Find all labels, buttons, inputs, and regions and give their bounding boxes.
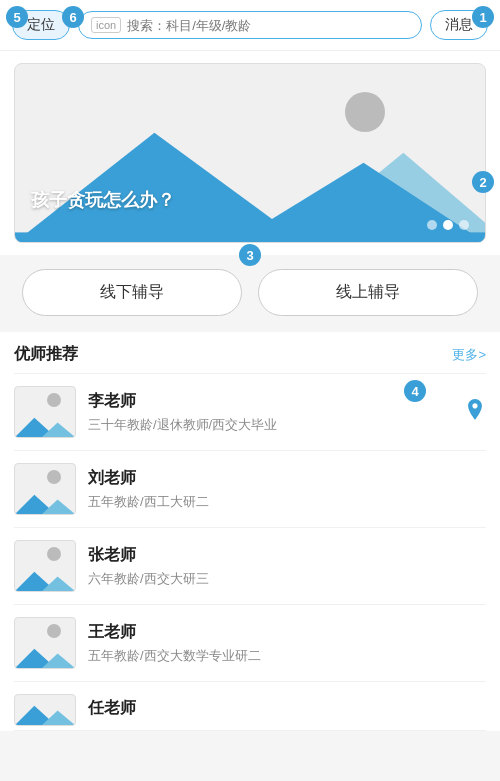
header: 5 6 定位 icon 消息 1 <box>0 0 500 51</box>
tabs-row: 线下辅导 线上辅导 3 <box>0 255 500 330</box>
tab-offline[interactable]: 线下辅导 <box>22 269 242 316</box>
badge-5: 5 <box>6 6 28 28</box>
thumb-circle <box>47 547 61 561</box>
search-bar: icon <box>78 11 422 39</box>
location-icon-0 <box>464 399 486 425</box>
thumb-circle <box>47 624 61 638</box>
teacher-name-2: 张老师 <box>88 545 486 566</box>
badge-6: 6 <box>62 6 84 28</box>
teacher-desc-3: 五年教龄/西交大数学专业研二 <box>88 647 486 665</box>
thumb-circle <box>47 393 61 407</box>
teacher-info-0: 李老师 三十年教龄/退休教师/西交大毕业 <box>88 391 452 434</box>
thumb-mountain <box>15 639 75 668</box>
banner-dot-3 <box>459 220 469 230</box>
more-button[interactable]: 更多> <box>452 346 486 364</box>
teacher-thumb-3 <box>14 617 76 669</box>
badge-2: 2 <box>472 171 494 193</box>
teacher-info-3: 王老师 五年教龄/西交大数学专业研二 <box>88 622 486 665</box>
tab-online[interactable]: 线上辅导 <box>258 269 478 316</box>
banner-section: 孩子贪玩怎么办？ 2 <box>0 51 500 255</box>
section-header: 优师推荐 更多> <box>14 332 486 374</box>
thumb-circle <box>47 470 61 484</box>
teachers-section: 优师推荐 更多> 李老师 三十年教龄/退休教师/西交大毕业 4 <box>0 332 500 731</box>
thumb-mountain <box>15 562 75 591</box>
thumb-mountain <box>15 696 75 725</box>
banner-mountain <box>15 93 485 242</box>
teacher-desc-2: 六年教龄/西交大研三 <box>88 570 486 588</box>
badge-1: 1 <box>472 6 494 28</box>
teacher-thumb-1 <box>14 463 76 515</box>
teacher-desc-0: 三十年教龄/退休教师/西交大毕业 <box>88 416 452 434</box>
badge-3: 3 <box>239 244 261 266</box>
section-title: 优师推荐 <box>14 344 78 365</box>
teacher-name-4: 任老师 <box>88 698 486 719</box>
teacher-info-2: 张老师 六年教龄/西交大研三 <box>88 545 486 588</box>
teacher-info-1: 刘老师 五年教龄/西工大研二 <box>88 468 486 511</box>
teacher-thumb-0 <box>14 386 76 438</box>
banner-dots <box>427 220 469 230</box>
banner-text: 孩子贪玩怎么办？ <box>31 188 175 212</box>
banner-dot-1 <box>427 220 437 230</box>
teacher-name-3: 王老师 <box>88 622 486 643</box>
svg-rect-3 <box>15 232 485 242</box>
teacher-item[interactable]: 王老师 五年教龄/西交大数学专业研二 <box>14 605 486 682</box>
teacher-name-1: 刘老师 <box>88 468 486 489</box>
teacher-item[interactable]: 任老师 <box>14 682 486 731</box>
teacher-thumb-2 <box>14 540 76 592</box>
teacher-item[interactable]: 李老师 三十年教龄/退休教师/西交大毕业 4 <box>14 374 486 451</box>
teacher-item[interactable]: 张老师 六年教龄/西交大研三 <box>14 528 486 605</box>
banner[interactable]: 孩子贪玩怎么办？ <box>14 63 486 243</box>
teacher-name-0: 李老师 <box>88 391 452 412</box>
search-input[interactable] <box>127 18 409 33</box>
teacher-desc-1: 五年教龄/西工大研二 <box>88 493 486 511</box>
badge-4: 4 <box>404 380 426 402</box>
search-icon: icon <box>91 17 121 33</box>
thumb-mountain <box>15 485 75 514</box>
banner-dot-2 <box>443 220 453 230</box>
thumb-mountain <box>15 408 75 437</box>
teacher-info-4: 任老师 <box>88 698 486 723</box>
teacher-thumb-4 <box>14 694 76 726</box>
teacher-item[interactable]: 刘老师 五年教龄/西工大研二 <box>14 451 486 528</box>
